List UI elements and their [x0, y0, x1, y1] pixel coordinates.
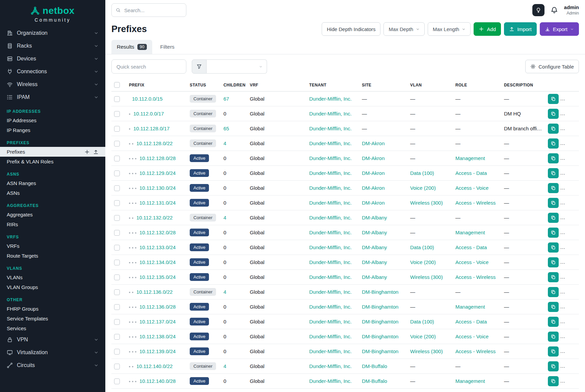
children-link[interactable]: 4 — [223, 289, 226, 295]
row-checkbox[interactable] — [114, 245, 120, 251]
edit-button[interactable] — [562, 124, 579, 134]
row-checkbox[interactable] — [114, 185, 120, 191]
row-checkbox[interactable] — [114, 156, 120, 161]
tenant-link[interactable]: Dunder-Mifflin, Inc. — [309, 170, 352, 176]
copy-button[interactable] — [548, 287, 559, 297]
site-link[interactable]: DM-Albany — [362, 259, 387, 265]
vlan-link[interactable]: Wireless (300) — [410, 200, 443, 206]
site-link[interactable]: DM-Akron — [362, 140, 385, 146]
sidebar-item-vrfs[interactable]: VRFs — [0, 241, 105, 251]
sidebar-item-vlans[interactable]: VLANs — [0, 272, 105, 282]
prefix-link[interactable]: 10.112.129.0/24 — [139, 170, 176, 176]
edit-button[interactable] — [562, 302, 579, 312]
row-checkbox[interactable] — [114, 230, 120, 236]
site-link[interactable]: DM-Binghamton — [362, 304, 398, 310]
edit-button[interactable] — [562, 183, 579, 193]
copy-button[interactable] — [548, 183, 559, 193]
site-link[interactable]: DM-Albany — [362, 274, 387, 280]
edit-button[interactable] — [562, 94, 579, 104]
prefix-link[interactable]: 10.112.136.0/28 — [139, 304, 176, 310]
tenant-link[interactable]: Dunder-Mifflin, Inc. — [309, 155, 352, 161]
role-link[interactable]: Access - Data — [455, 319, 487, 324]
sidebar-item-route-targets[interactable]: Route Targets — [0, 251, 105, 261]
column-header-role[interactable]: ROLE — [453, 79, 501, 92]
prefix-link[interactable]: 10.112.139.0/24 — [139, 348, 176, 354]
children-link[interactable]: 65 — [223, 126, 229, 131]
role-link[interactable]: Access - Voice — [455, 334, 488, 339]
sidebar-item-service-templates[interactable]: Service Templates — [0, 314, 105, 323]
sidebar-item-prefixes[interactable]: Prefixes — [0, 147, 105, 157]
copy-button[interactable] — [548, 257, 559, 267]
tenant-link[interactable]: Dunder-Mifflin, Inc. — [309, 304, 352, 310]
tenant-link[interactable]: Dunder-Mifflin, Inc. — [309, 185, 352, 191]
row-checkbox[interactable] — [114, 289, 120, 295]
children-link[interactable]: 4 — [223, 140, 226, 146]
copy-button[interactable] — [548, 124, 559, 134]
prefix-link[interactable]: 10.112.128.0/17 — [133, 126, 169, 131]
prefix-link[interactable]: 10.112.137.0/24 — [139, 319, 176, 324]
tenant-link[interactable]: Dunder-Mifflin, Inc. — [309, 126, 352, 131]
tenant-link[interactable]: Dunder-Mifflin, Inc. — [309, 289, 352, 295]
edit-button[interactable] — [562, 361, 579, 371]
edit-button[interactable] — [562, 332, 579, 342]
copy-button[interactable] — [548, 153, 559, 163]
copy-button[interactable] — [548, 198, 559, 208]
tenant-link[interactable]: Dunder-Mifflin, Inc. — [309, 140, 352, 146]
vlan-link[interactable]: Wireless (300) — [410, 348, 443, 354]
role-link[interactable]: Access - Voice — [455, 185, 488, 191]
column-header-children[interactable]: CHILDREN — [221, 79, 247, 92]
role-link[interactable]: Management — [455, 304, 485, 310]
column-header-description[interactable]: DESCRIPTION — [501, 79, 545, 92]
prefix-link[interactable]: 10.112.0.0/15 — [132, 96, 163, 102]
role-link[interactable]: Access - Wireless — [455, 348, 496, 354]
role-link[interactable]: Management — [455, 378, 485, 384]
edit-button[interactable] — [562, 138, 579, 149]
site-link[interactable]: DM-Akron — [362, 155, 385, 161]
edit-button[interactable] — [562, 257, 579, 267]
sidebar-item-asn-ranges[interactable]: ASN Ranges — [0, 178, 105, 188]
prefix-link[interactable]: 10.112.140.0/22 — [136, 363, 172, 369]
row-checkbox[interactable] — [114, 111, 120, 117]
sidebar-item-ipam[interactable]: IPAM — [0, 91, 105, 104]
copy-button[interactable] — [548, 94, 559, 104]
sidebar-item-ip-ranges[interactable]: IP Ranges — [0, 125, 105, 135]
tenant-link[interactable]: Dunder-Mifflin, Inc. — [309, 200, 352, 206]
copy-button[interactable] — [548, 138, 559, 149]
tenant-link[interactable]: Dunder-Mifflin, Inc. — [309, 111, 352, 116]
tenant-link[interactable]: Dunder-Mifflin, Inc. — [309, 363, 352, 369]
max-length-dropdown[interactable]: Max Length — [428, 22, 471, 36]
sidebar-item-fhrp-groups[interactable]: FHRP Groups — [0, 304, 105, 314]
edit-button[interactable] — [562, 228, 579, 238]
edit-button[interactable] — [562, 213, 579, 223]
row-checkbox[interactable] — [114, 275, 120, 280]
edit-button[interactable] — [562, 376, 579, 386]
children-link[interactable]: 4 — [223, 215, 226, 220]
tenant-link[interactable]: Dunder-Mifflin, Inc. — [309, 274, 352, 280]
prefix-link[interactable]: 10.112.0.0/17 — [133, 111, 164, 116]
tenant-link[interactable]: Dunder-Mifflin, Inc. — [309, 348, 352, 354]
sidebar-item-services[interactable]: Services — [0, 323, 105, 333]
edit-button[interactable] — [562, 153, 579, 163]
import-button[interactable]: Import — [504, 22, 537, 36]
sidebar-item-connections[interactable]: Connections — [0, 65, 105, 78]
row-checkbox[interactable] — [114, 349, 120, 355]
sidebar-item-aggregates[interactable]: Aggregates — [0, 210, 105, 219]
column-header-vlan[interactable]: VLAN — [407, 79, 453, 92]
sidebar-item-devices[interactable]: Devices — [0, 52, 105, 65]
notifications-button[interactable] — [551, 6, 558, 14]
site-link[interactable]: DM-Binghamton — [362, 348, 398, 354]
prefix-link[interactable]: 10.112.136.0/22 — [136, 289, 172, 295]
global-search-input[interactable] — [124, 7, 182, 14]
site-link[interactable]: DM-Albany — [362, 230, 387, 235]
prefix-link[interactable]: 10.112.138.0/24 — [139, 334, 176, 339]
prefix-link[interactable]: 10.112.133.0/24 — [139, 244, 176, 250]
site-link[interactable]: DM-Binghamton — [362, 289, 398, 295]
copy-button[interactable] — [548, 302, 559, 312]
select-all-checkbox[interactable] — [114, 82, 120, 88]
children-link[interactable]: 67 — [223, 96, 229, 102]
vlan-link[interactable]: Voice (200) — [410, 185, 436, 191]
prefix-link[interactable]: 10.112.132.0/22 — [136, 215, 172, 220]
edit-button[interactable] — [562, 272, 579, 282]
row-checkbox[interactable] — [114, 378, 120, 384]
edit-button[interactable] — [562, 168, 579, 178]
